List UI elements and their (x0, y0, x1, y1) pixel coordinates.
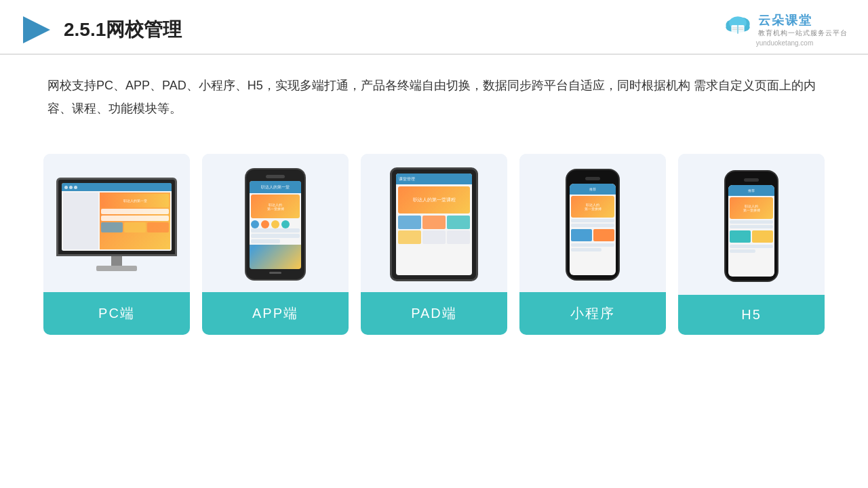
tablet-grid-item (422, 230, 446, 244)
svg-marker-0 (23, 16, 50, 43)
phone-notch (266, 175, 285, 178)
tablet-top-bar: 课堂管理 (396, 174, 472, 184)
card-h5: 推荐 职达人的第一堂拼搏 (678, 154, 825, 335)
phone-screen: 职达人的第一堂 职达人的第一堂拼搏 (250, 181, 301, 269)
pc-monitor: 职达人的第一堂 (56, 178, 178, 271)
card-pad-label: PAD端 (361, 292, 507, 335)
logo-url: yunduoketang.com (756, 39, 814, 47)
play-icon (20, 14, 53, 46)
smartphone-banner-h5: 职达人的第一堂拼搏 (730, 197, 773, 219)
phone-icon (271, 220, 279, 228)
card-miniprogram: 推荐 职达人的第一堂拼搏 (519, 154, 666, 335)
smartphone-row (571, 243, 614, 247)
description-text: 网校支持PC、APP、PAD、小程序、H5，实现多端打通，产品各终端自由切换，数… (0, 55, 868, 127)
smartphone-top-h5: 推荐 (728, 185, 774, 196)
card-pc: 职达人的第一堂 (43, 154, 190, 335)
header: 2.5.1网校管理 云朵课堂 教育机构一站式服务云平台 yunduoketan (0, 0, 868, 55)
card-app-image: 职达人的第一堂 职达人的第一堂拼搏 (202, 154, 349, 292)
smartphone-screen: 推荐 职达人的第一堂拼搏 (570, 184, 616, 275)
phone-icon (281, 220, 290, 228)
monitor-row (101, 209, 169, 214)
smartphone-screen-h5: 推荐 职达人的第一堂拼搏 (728, 185, 774, 277)
smartphone-content: 职达人的第一堂拼搏 (570, 195, 616, 253)
card-app-label: APP端 (202, 292, 349, 335)
card-pad: 课堂管理 职达人的第一堂课程 (361, 154, 507, 335)
tablet: 课堂管理 职达人的第一堂课程 (390, 167, 478, 281)
tablet-content: 职达人的第一堂课程 (396, 184, 472, 246)
smartphone-card (730, 230, 751, 243)
tablet-grid-item (398, 216, 421, 229)
tablet-screen: 课堂管理 职达人的第一堂课程 (396, 174, 472, 275)
smartphone-cards (571, 229, 614, 241)
tablet-grid-item (447, 216, 470, 229)
phone-banner: 职达人的第一堂拼搏 (251, 195, 300, 218)
tablet-grid-item (447, 230, 470, 244)
smartphone-row (571, 224, 614, 227)
monitor-screen-wrapper: 职达人的第一堂 (56, 178, 177, 256)
smartphone-row (571, 219, 614, 222)
smartphone-rows (571, 219, 614, 227)
card-pc-image: 职达人的第一堂 (43, 154, 190, 292)
smartphone-card (752, 230, 773, 243)
card-h5-label: H5 (678, 295, 825, 335)
phone-row (251, 234, 300, 238)
card-pc-label: PC端 (43, 292, 190, 335)
monitor-main: 职达人的第一堂 (100, 192, 170, 249)
phone-icon (251, 220, 259, 228)
smartphone-cards-h5 (730, 230, 773, 243)
monitor-neck (111, 256, 122, 266)
monitor-top-bar (62, 183, 172, 191)
phone-icons (251, 220, 300, 228)
page-title: 2.5.1网校管理 (64, 17, 182, 43)
monitor-screen: 职达人的第一堂 (62, 183, 172, 251)
phone-app: 职达人的第一堂 职达人的第一堂拼搏 (245, 168, 306, 281)
smartphone-row (730, 245, 773, 248)
smartphone-rows-h5 (730, 220, 773, 228)
monitor-base (96, 266, 137, 271)
smartphone-rows-2 (571, 243, 614, 251)
logo-tagline: 教育机构一站式服务云平台 (758, 28, 848, 38)
smartphone-mini: 推荐 职达人的第一堂拼搏 (566, 169, 620, 281)
cards-container: 职达人的第一堂 (0, 134, 868, 348)
header-left: 2.5.1网校管理 (20, 14, 182, 46)
cloud-logo-icon (722, 14, 754, 36)
card-mini-image: 推荐 职达人的第一堂拼搏 (519, 154, 666, 292)
tablet-banner: 职达人的第一堂课程 (398, 186, 470, 214)
phone-rows (251, 228, 300, 243)
smartphone-row (730, 225, 773, 228)
smartphone-notch (585, 177, 600, 180)
monitor-content: 职达人的第一堂 (62, 191, 172, 251)
smartphone-rows-2-h5 (730, 245, 773, 253)
logo-cloud: 云朵课堂 教育机构一站式服务云平台 (722, 12, 848, 38)
phone-content: 职达人的第一堂拼搏 (250, 193, 301, 245)
monitor-row (101, 216, 169, 221)
smartphone-row (730, 249, 755, 253)
logo-name: 云朵课堂 (758, 12, 848, 28)
logo-area: 云朵课堂 教育机构一站式服务云平台 yunduoketang.com (722, 12, 848, 47)
tablet-grid (398, 216, 470, 244)
card-h5-image: 推荐 职达人的第一堂拼搏 (678, 154, 825, 295)
phone-screen-top: 职达人的第一堂 (250, 181, 301, 193)
logo-text-group: 云朵课堂 教育机构一站式服务云平台 (758, 12, 848, 38)
smartphone-h5: 推荐 职达人的第一堂拼搏 (724, 170, 778, 282)
smartphone-banner: 职达人的第一堂拼搏 (571, 196, 614, 218)
smartphone-top: 推荐 (570, 184, 616, 195)
smartphone-card (593, 229, 614, 241)
smartphone-row (730, 220, 773, 224)
card-pad-image: 课堂管理 职达人的第一堂课程 (361, 154, 507, 292)
phone-icon (261, 220, 269, 228)
card-app: 职达人的第一堂 职达人的第一堂拼搏 (202, 154, 349, 335)
smartphone-content-h5: 职达人的第一堂拼搏 (728, 196, 774, 254)
phone-home-btn (269, 272, 281, 274)
smartphone-notch-h5 (744, 178, 759, 182)
monitor-sidebar (63, 192, 98, 249)
smartphone-row (571, 248, 601, 251)
smartphone-card (571, 229, 592, 241)
tablet-grid-item (422, 216, 446, 229)
card-mini-label: 小程序 (519, 292, 666, 335)
tablet-grid-item (398, 230, 421, 244)
phone-row (251, 228, 300, 232)
phone-row (251, 239, 280, 243)
